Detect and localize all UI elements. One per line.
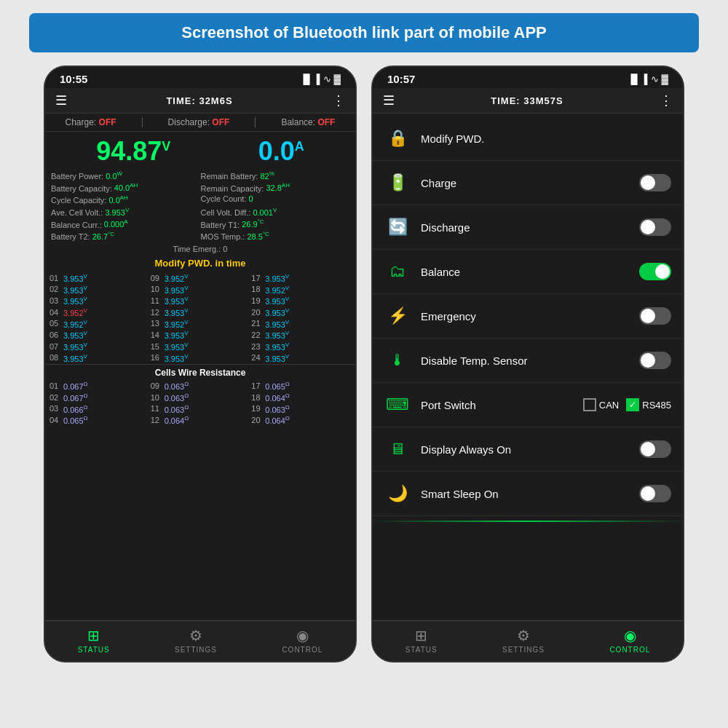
cell-val: 3.953V	[63, 330, 87, 340]
dots-icon[interactable]: ⋮	[332, 92, 345, 108]
cell-num: 24	[251, 353, 263, 362]
stats-grid: Battery Power: 0.0W Remain Battery: 82% …	[45, 168, 355, 243]
cell-item: 143.953V	[151, 330, 250, 340]
hamburger-icon[interactable]: ☰	[55, 92, 67, 108]
cell-num: 13	[151, 319, 162, 328]
res-num: 17	[251, 381, 263, 390]
settings-item-discharge[interactable]: 🔄Discharge	[373, 205, 683, 250]
rs485-checkbox[interactable]: ✓ RS485	[626, 398, 671, 411]
settings-item-display-always-on[interactable]: 🖥Display Always On	[373, 427, 683, 472]
left-bottom-nav: ⊞ STATUS ⚙ SETTINGS ◉ CONTROL	[45, 620, 355, 661]
cell-val: 3.953V	[63, 353, 87, 363]
resistance-grid: 010.067Ω090.063Ω170.065Ω020.067Ω100.063Ω…	[45, 379, 355, 427]
cell-val: 3.953V	[265, 307, 289, 317]
settings-item-balance[interactable]: 🗂Balance	[373, 250, 683, 294]
cell-num: 05	[50, 319, 61, 328]
settings-item-port-switch[interactable]: ⌨Port Switch CAN ✓ RS485	[373, 383, 683, 427]
cell-num: 10	[151, 285, 162, 293]
toggle-switch[interactable]	[639, 352, 671, 369]
divider	[373, 521, 683, 522]
voltage-value: 94.87V	[96, 136, 170, 166]
stat-remain-capacity: Remain Capacity: 32.8AH	[201, 182, 350, 194]
right-control-label: CONTROL	[609, 646, 650, 654]
cell-item: 103.953V	[151, 285, 250, 295]
can-label: CAN	[599, 400, 619, 411]
res-num: 03	[50, 404, 61, 413]
cell-val: 3.953V	[265, 273, 289, 283]
right-signal-icon: ▐▌▐	[628, 74, 648, 84]
res-val: 0.064Ω	[265, 392, 290, 403]
res-num: 20	[251, 416, 263, 424]
nav-settings[interactable]: ⚙ SETTINGS	[175, 627, 217, 654]
res-val: 0.067Ω	[63, 381, 88, 391]
cell-num: 09	[151, 274, 162, 282]
res-num: 01	[50, 381, 61, 390]
right-control-icon: ◉	[624, 627, 636, 644]
right-dots-icon[interactable]: ⋮	[660, 92, 673, 108]
stat-cycle-capacity: Cycle Capacity: 0.0AH	[51, 194, 200, 205]
right-status-icons: ▐▌▐ ∿ ▓	[628, 74, 668, 84]
resistance-item: 020.067Ω	[50, 392, 149, 403]
right-hamburger-icon[interactable]: ☰	[383, 92, 395, 108]
cell-item: 023.953V	[50, 285, 149, 295]
rs485-label: RS485	[642, 400, 671, 411]
right-nav-control[interactable]: ◉ CONTROL	[609, 627, 650, 654]
settings-item-label: Balance	[421, 266, 629, 278]
nav-status[interactable]: ⊞ STATUS	[78, 627, 110, 654]
can-box	[583, 398, 596, 411]
cell-item: 223.953V	[251, 330, 351, 340]
settings-item-modify-pwd.[interactable]: 🔒Modify PWD.	[373, 116, 683, 161]
stat-remain-battery: Remain Battery: 82%	[201, 170, 350, 181]
settings-item-charge[interactable]: 🔋Charge	[373, 161, 683, 205]
cell-val: 3.953V	[165, 353, 189, 363]
cell-num: 19	[251, 296, 263, 305]
phones-row: 10:55 ▐▌▐ ∿ ▓ ☰ TIME: 32M6S ⋮ Charge: OF…	[0, 66, 728, 662]
header-banner: Screenshot of Bluetooth link part of mob…	[29, 13, 699, 52]
left-time: 10:55	[60, 73, 87, 85]
stat-battery-t1: Battery T1: 26.9°C	[201, 218, 350, 230]
res-num: 11	[151, 404, 162, 413]
settings-item-label: Emergency	[421, 310, 629, 323]
modify-pwd-title: Modify PWD. in time	[45, 255, 355, 272]
cell-val: 3.953V	[265, 319, 289, 329]
toggle-switch[interactable]	[639, 263, 671, 280]
cell-item: 163.953V	[151, 353, 250, 363]
settings-item-icon: 🖥	[384, 436, 411, 462]
toggle-switch[interactable]	[639, 218, 671, 236]
can-checkbox[interactable]: CAN	[583, 398, 619, 411]
nav-control[interactable]: ◉ CONTROL	[282, 627, 323, 654]
toggle-switch[interactable]	[639, 307, 671, 325]
stat-balance-curr: Balance Curr.: 0.000A	[51, 218, 200, 230]
right-nav-status[interactable]: ⊞ STATUS	[405, 627, 438, 654]
voltage-display: 94.87V	[96, 136, 170, 167]
cell-val: 3.953V	[265, 341, 289, 352]
res-val: 0.066Ω	[63, 404, 88, 414]
resistance-title: Cells Wire Resistance	[45, 364, 355, 379]
resistance-item: 040.065Ω	[50, 415, 149, 425]
resistance-item: 110.063Ω	[151, 404, 250, 414]
settings-item-smart-sleep-on[interactable]: 🌙Smart Sleep On	[373, 472, 683, 516]
cell-num: 04	[50, 308, 61, 317]
cell-val: 3.952V	[265, 285, 289, 295]
stat-battery-capacity: Battery Capacity: 40.0AH	[51, 182, 200, 194]
cell-num: 23	[251, 342, 263, 351]
cell-val: 3.953V	[165, 330, 189, 340]
settings-item-emergency[interactable]: ⚡Emergency	[373, 294, 683, 339]
right-nav-settings[interactable]: ⚙ SETTINGS	[502, 627, 545, 654]
toggle-switch[interactable]	[639, 485, 671, 502]
cell-item: 213.953V	[251, 319, 351, 329]
cell-val: 3.952V	[63, 307, 87, 317]
settings-item-disable-temp.-sensor[interactable]: 🌡Disable Temp. Sensor	[373, 339, 683, 383]
toggle-switch[interactable]	[639, 440, 671, 458]
charge-row: Charge: OFF Discharge: OFF Balance: OFF	[45, 114, 355, 132]
left-toolbar-time: TIME: 32M6S	[166, 95, 232, 106]
settings-item-icon: ⚡	[384, 303, 411, 329]
cell-num: 12	[151, 308, 162, 317]
toggle-switch[interactable]	[639, 174, 671, 191]
resistance-item: 190.063Ω	[251, 404, 351, 414]
cell-num: 11	[151, 296, 162, 305]
settings-item-label: Port Switch	[421, 399, 573, 411]
time-emerg: Time Emerg.: 0	[45, 243, 355, 255]
res-val: 0.063Ω	[165, 381, 189, 391]
res-val: 0.063Ω	[265, 404, 290, 414]
